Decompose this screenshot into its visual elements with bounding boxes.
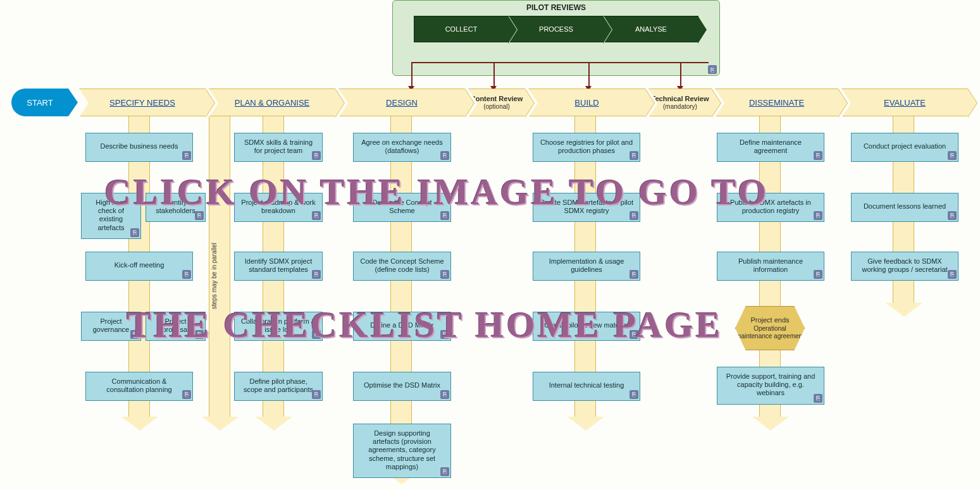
task-label: Optimise the DSD Matrix <box>364 381 440 389</box>
link-icon[interactable]: ⎘ <box>630 211 638 220</box>
phase-technical-review[interactable]: Technical Review (mandatory) <box>648 89 712 116</box>
project-ends-title: Project ends <box>750 316 789 324</box>
link-icon[interactable]: ⎘ <box>440 390 449 399</box>
tech-review-sub: (mandatory) <box>663 103 697 110</box>
project-ends-node[interactable]: Project ends Operational maintenance agr… <box>735 306 805 350</box>
task-label: Give feedback to SDMX working groups / s… <box>858 257 952 274</box>
task-project-governance[interactable]: Project governance⎘ <box>81 312 141 341</box>
link-icon[interactable]: ⎘ <box>440 211 449 220</box>
task-project-proposal[interactable]: Project proposal⎘ <box>146 312 206 341</box>
task-define-dsd-matrix[interactable]: Define a DSD Matrix⎘ <box>353 312 451 341</box>
task-identify-templates[interactable]: Identify SDMX project standard templates… <box>234 252 323 281</box>
task-label: Publish SDMX artefacts in production reg… <box>724 199 817 215</box>
phase-build-label: BUILD <box>574 98 599 107</box>
phase-evaluate-label: EVALUATE <box>884 98 926 107</box>
task-label: Project governance <box>88 317 134 334</box>
task-describe-business-needs[interactable]: Describe business needs⎘ <box>85 133 193 162</box>
phase-evaluate[interactable]: EVALUATE <box>841 89 968 116</box>
link-icon[interactable]: ⎘ <box>948 211 957 220</box>
task-define-concept-scheme[interactable]: Define the Concept Scheme⎘ <box>353 193 451 222</box>
link-icon[interactable]: ⎘ <box>440 330 449 339</box>
phase-content-review-label: Content Review (optional) <box>471 95 523 110</box>
task-define-maintenance-agreement[interactable]: Define maintenance agreement⎘ <box>717 133 824 162</box>
task-collaboration-platform[interactable]: Collaboration platform & issue log⎘ <box>234 312 323 341</box>
task-give-feedback[interactable]: Give feedback to SDMX working groups / s… <box>851 252 958 281</box>
link-icon[interactable]: ⎘ <box>440 467 449 476</box>
pilot-reviews-title: PILOT REVIEWS <box>393 1 719 16</box>
link-icon[interactable]: ⎘ <box>130 330 139 339</box>
link-icon[interactable]: ⎘ <box>182 151 191 160</box>
task-code-concept-scheme[interactable]: Code the Concept Scheme (define code lis… <box>353 252 451 281</box>
link-icon[interactable]: ⎘ <box>182 390 191 399</box>
task-publish-maintenance-info[interactable]: Publish maintenance information⎘ <box>717 252 824 281</box>
link-icon[interactable]: ⎘ <box>312 390 321 399</box>
task-internal-testing[interactable]: Internal technical testing⎘ <box>533 372 640 401</box>
phase-specify-needs[interactable]: SPECIFY NEEDS <box>79 89 206 116</box>
pilot-step-collect[interactable]: COLLECT <box>414 16 509 42</box>
task-label: Identify stakeholders <box>152 199 199 215</box>
link-icon[interactable]: ⎘ <box>814 270 822 279</box>
task-label: Define pilot phase, scope and participan… <box>241 377 316 394</box>
pilot-step-analyse[interactable]: ANALYSE <box>604 16 698 42</box>
link-icon[interactable]: ⎘ <box>312 151 321 160</box>
link-icon[interactable]: ⎘ <box>630 390 638 399</box>
link-icon[interactable]: ⎘ <box>948 151 957 160</box>
link-icon[interactable]: ⎘ <box>630 151 638 160</box>
task-document-lessons[interactable]: Document lessons learned⎘ <box>851 193 958 222</box>
connector <box>493 62 495 87</box>
link-icon[interactable]: ⎘ <box>312 330 321 339</box>
pilot-reviews-container: PILOT REVIEWS COLLECT PROCESS ANALYSE ⎘ <box>392 0 720 76</box>
link-icon[interactable]: ⎘ <box>312 270 321 279</box>
link-icon[interactable]: ⎘ <box>814 394 822 403</box>
pilot-step-process-label: PROCESS <box>539 25 573 33</box>
task-define-pilot-phase[interactable]: Define pilot phase, scope and participan… <box>234 372 323 401</box>
phase-disseminate[interactable]: DISSEMINATE <box>715 89 838 116</box>
task-conduct-evaluation[interactable]: Conduct project evaluation⎘ <box>851 133 958 162</box>
task-create-sdmx-artefacts[interactable]: Create SDMX artefacts in pilot SDMX regi… <box>533 193 640 222</box>
phase-content-review[interactable]: Content Review (optional) <box>468 89 525 116</box>
link-icon[interactable]: ⎘ <box>195 330 204 339</box>
link-icon[interactable]: ⎘ <box>630 330 638 339</box>
task-optimise-dsd-matrix[interactable]: Optimise the DSD Matrix⎘ <box>353 372 451 401</box>
task-implementation-guidelines[interactable]: Implementation & usage guidelines⎘ <box>533 252 640 281</box>
link-icon[interactable]: ⎘ <box>195 211 204 220</box>
task-agree-exchange-needs[interactable]: Agree on exchange needs (dataflows)⎘ <box>353 133 451 162</box>
phase-design[interactable]: DESIGN <box>338 89 465 116</box>
task-high-level-check[interactable]: High level check of existing artefacts⎘ <box>81 193 141 239</box>
task-label: Create pilot review material <box>544 321 628 329</box>
task-label: Project roadmap & work breakdown <box>241 199 316 215</box>
task-label: Describe business needs <box>101 142 178 150</box>
link-icon[interactable]: ⎘ <box>630 270 638 279</box>
task-create-pilot-material[interactable]: Create pilot review material⎘ <box>533 312 640 341</box>
link-icon[interactable]: ⎘ <box>182 270 191 279</box>
task-label: Design supporting artefacts (provision a… <box>360 429 444 471</box>
task-label: Communication & consultation planning <box>92 377 186 394</box>
link-icon[interactable]: ⎘ <box>440 270 449 279</box>
link-icon[interactable]: ⎘ <box>814 211 822 220</box>
task-project-roadmap[interactable]: Project roadmap & work breakdown⎘ <box>234 193 323 222</box>
phase-plan-organise[interactable]: PLAN & ORGANISE <box>209 89 335 116</box>
link-icon[interactable]: ⎘ <box>312 211 321 220</box>
link-icon[interactable]: ⎘ <box>948 270 957 279</box>
pilot-step-process[interactable]: PROCESS <box>509 16 604 42</box>
task-sdmx-training[interactable]: SDMX skills & training for project team⎘ <box>234 133 323 162</box>
phase-plan-label: PLAN & ORGANISE <box>235 98 309 107</box>
phase-row: SPECIFY NEEDS PLAN & ORGANISE DESIGN Con… <box>0 89 980 120</box>
link-icon[interactable]: ⎘ <box>440 151 449 160</box>
task-communication-planning[interactable]: Communication & consultation planning⎘ <box>85 372 193 401</box>
task-choose-registries[interactable]: Choose registries for pilot and producti… <box>533 133 640 162</box>
phase-build[interactable]: BUILD <box>528 89 645 116</box>
task-kickoff-meeting[interactable]: Kick-off meeting⎘ <box>85 252 193 281</box>
link-icon[interactable]: ⎘ <box>130 228 139 237</box>
connector <box>680 62 681 87</box>
phase-design-label: DESIGN <box>386 98 418 107</box>
link-icon[interactable]: ⎘ <box>814 151 822 160</box>
task-identify-stakeholders[interactable]: Identify stakeholders⎘ <box>146 193 206 222</box>
task-publish-production-registry[interactable]: Publish SDMX artefacts in production reg… <box>717 193 824 222</box>
task-design-supporting-artefacts[interactable]: Design supporting artefacts (provision a… <box>353 424 451 478</box>
task-label: Kick-off meeting <box>115 261 164 269</box>
project-ends-sub: Operational maintenance agreement <box>736 325 804 340</box>
link-icon[interactable]: ⎘ <box>708 65 717 74</box>
task-provide-support-training[interactable]: Provide support, training and capacity b… <box>717 367 824 405</box>
task-label: SDMX skills & training for project team <box>241 138 316 155</box>
